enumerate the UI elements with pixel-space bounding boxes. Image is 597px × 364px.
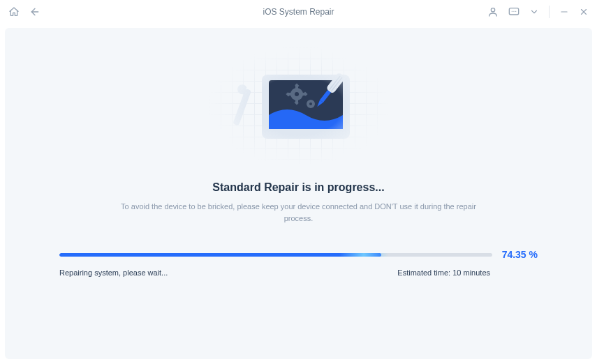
- feedback-icon[interactable]: [508, 7, 519, 17]
- svg-point-0: [491, 8, 494, 12]
- progress-subtext: To avoid the device to be bricked, pleas…: [110, 201, 487, 224]
- repair-illustration: [209, 47, 388, 165]
- title-divider: [549, 6, 550, 18]
- close-icon[interactable]: [579, 7, 589, 17]
- progress-status-text: Repairing system, please wait...: [59, 268, 168, 277]
- device-repair-icon: [226, 54, 372, 158]
- svg-point-3: [513, 11, 514, 12]
- title-bar: iOS System Repair: [0, 0, 597, 24]
- progress-percent: 74.35 %: [502, 249, 538, 260]
- window-title: iOS System Repair: [263, 7, 334, 17]
- user-icon[interactable]: [487, 6, 499, 17]
- svg-point-4: [515, 11, 516, 12]
- progress-eta: Estimated time: 10 minutes: [397, 268, 490, 277]
- chevron-down-icon[interactable]: [529, 7, 539, 17]
- content-panel: Standard Repair is in progress... To avo…: [5, 28, 592, 359]
- back-icon[interactable]: [29, 6, 40, 17]
- svg-point-2: [512, 11, 513, 12]
- progress-bar: [59, 253, 492, 257]
- home-icon[interactable]: [8, 6, 20, 17]
- minimize-icon[interactable]: [559, 7, 569, 17]
- progress-heading: Standard Repair is in progress...: [212, 181, 384, 194]
- svg-point-22: [309, 103, 312, 105]
- svg-point-20: [295, 92, 299, 96]
